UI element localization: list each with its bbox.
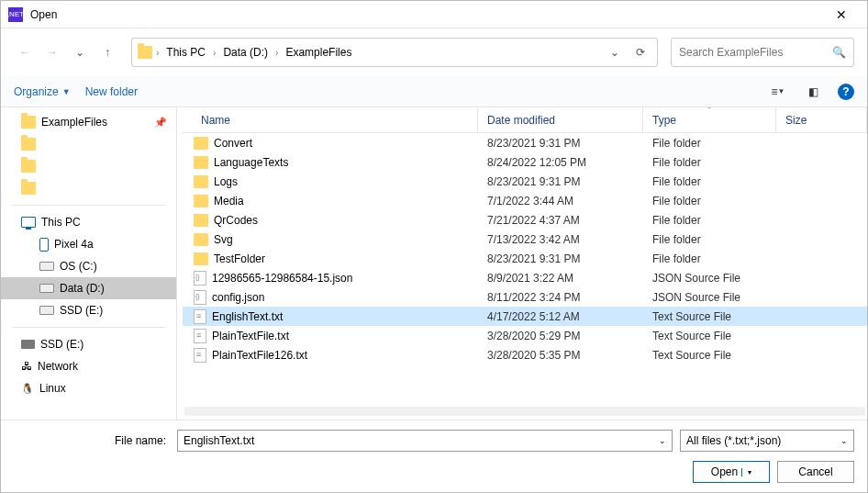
file-row[interactable]: Svg7/13/2022 3:42 AMFile folder xyxy=(183,230,867,249)
file-name: TestFolder xyxy=(214,252,265,265)
file-type: JSON Source File xyxy=(643,291,776,304)
up-button[interactable]: ↑ xyxy=(96,41,118,63)
divider xyxy=(12,205,165,206)
sidebar-item-label: Pixel 4a xyxy=(54,238,94,251)
file-row[interactable]: TestFolder8/23/2021 9:31 PMFile folder xyxy=(183,249,867,268)
file-date: 3/28/2020 5:29 PM xyxy=(478,330,643,342)
file-date: 7/13/2022 3:42 AM xyxy=(478,233,643,246)
preview-pane-button[interactable]: ◧ xyxy=(803,82,823,102)
sidebar-quick-item[interactable]: ExampleFiles📌 xyxy=(1,111,176,133)
filename-field[interactable]: ⌄ xyxy=(177,430,673,452)
open-button[interactable]: Open ▾ xyxy=(693,461,770,483)
sidebar-item-label: SSD (E:) xyxy=(60,304,103,317)
cancel-button[interactable]: Cancel xyxy=(777,461,854,483)
file-list[interactable]: Convert8/23/2021 9:31 PMFile folderLangu… xyxy=(183,133,867,407)
sidebar-item-label: Network xyxy=(38,360,78,373)
sidebar-quick-item[interactable] xyxy=(1,177,176,199)
pin-icon: 📌 xyxy=(154,117,167,129)
file-row[interactable]: config.json8/11/2022 3:24 PMJSON Source … xyxy=(183,287,867,307)
sidebar-extra-item[interactable]: Linux xyxy=(1,377,176,399)
chevron-right-icon[interactable]: › xyxy=(156,48,159,58)
file-name: Convert xyxy=(214,137,252,150)
sidebar-drive-item[interactable]: Data (D:) xyxy=(1,277,176,299)
recent-dropdown[interactable]: ⌄ xyxy=(69,41,91,63)
sidebar-item-label: SSD (E:) xyxy=(40,338,83,351)
sort-asc-icon: ˄ xyxy=(707,107,712,115)
file-date: 8/11/2022 3:24 PM xyxy=(478,291,643,304)
sidebar-extra-item[interactable]: SSD (E:) xyxy=(1,333,176,355)
breadcrumb-folder[interactable]: ExampleFiles xyxy=(282,44,355,61)
filename-input[interactable] xyxy=(184,434,659,447)
column-headers: Name Date modified ˄Type Size xyxy=(183,107,867,133)
col-type[interactable]: ˄Type xyxy=(643,107,776,132)
file-type: File folder xyxy=(643,252,776,265)
linux-icon xyxy=(21,382,34,395)
sidebar-drive-item[interactable]: OS (C:) xyxy=(1,255,176,277)
file-date: 7/21/2022 4:37 AM xyxy=(478,214,643,227)
file-row[interactable]: Media7/1/2022 3:44 AMFile folder xyxy=(183,191,867,210)
view-button[interactable]: ≡ ▼ xyxy=(768,82,788,102)
sidebar-drive-item[interactable]: Pixel 4a xyxy=(1,233,176,255)
toolbar: Organize▼ New folder ≡ ▼ ◧ ? xyxy=(1,76,867,107)
sidebar-extra-item[interactable]: 🖧Network xyxy=(1,355,176,377)
file-type: File folder xyxy=(643,195,776,207)
file-icon xyxy=(194,348,206,363)
breadcrumb-pc[interactable]: This PC xyxy=(162,44,209,61)
file-date: 8/23/2021 9:31 PM xyxy=(478,175,643,188)
drive-icon xyxy=(39,262,54,271)
sidebar-item-label: This PC xyxy=(41,216,81,229)
file-row[interactable]: PlainTextFile.txt3/28/2020 5:29 PMText S… xyxy=(183,326,867,345)
chevron-right-icon[interactable]: › xyxy=(213,48,216,58)
file-row[interactable]: 12986565-12986584-15.json8/9/2021 3:22 A… xyxy=(183,268,867,287)
file-name: Media xyxy=(214,195,244,207)
chevron-right-icon[interactable]: › xyxy=(275,48,278,58)
pc-icon xyxy=(21,217,36,228)
file-row[interactable]: Convert8/23/2021 9:31 PMFile folder xyxy=(183,133,867,152)
search-input[interactable] xyxy=(679,46,832,59)
scrollbar-horizontal[interactable] xyxy=(184,407,865,416)
file-name: Logs xyxy=(214,175,238,188)
file-row[interactable]: Logs8/23/2021 9:31 PMFile folder xyxy=(183,172,867,191)
search-box[interactable]: 🔍 xyxy=(671,38,854,67)
file-type: File folder xyxy=(643,175,776,188)
sidebar-quick-item[interactable] xyxy=(1,133,176,155)
col-size[interactable]: Size xyxy=(776,107,867,132)
col-name[interactable]: Name xyxy=(183,107,478,132)
sidebar-this-pc[interactable]: This PC xyxy=(1,211,176,233)
sidebar-drive-item[interactable]: SSD (E:) xyxy=(1,299,176,321)
forward-button[interactable]: → xyxy=(41,41,63,63)
back-button[interactable]: ← xyxy=(14,41,36,63)
file-row[interactable]: PlainTextFile126.txt3/28/2020 5:35 PMTex… xyxy=(183,345,867,364)
ssd-icon xyxy=(21,340,35,349)
folder-icon xyxy=(194,156,208,169)
chevron-down-icon: ⌄ xyxy=(840,436,848,445)
chevron-down-icon[interactable]: ⌄ xyxy=(659,436,666,445)
file-name: EnglishText.txt xyxy=(212,310,283,323)
sidebar-quick-item[interactable] xyxy=(1,155,176,177)
organize-button[interactable]: Organize▼ xyxy=(14,85,71,98)
file-name: config.json xyxy=(212,291,264,304)
file-row[interactable]: EnglishText.txt4/17/2022 5:12 AMText Sou… xyxy=(183,307,867,326)
close-button[interactable]: ✕ xyxy=(823,7,860,22)
sidebar-item-label: Data (D:) xyxy=(60,282,105,295)
file-date: 4/17/2022 5:12 AM xyxy=(478,310,643,323)
file-type: Text Source File xyxy=(643,310,776,323)
folder-icon xyxy=(21,182,36,195)
drive-icon xyxy=(39,306,54,315)
new-folder-button[interactable]: New folder xyxy=(85,85,138,98)
breadcrumb-drive[interactable]: Data (D:) xyxy=(219,44,272,61)
help-button[interactable]: ? xyxy=(838,84,854,100)
file-type-filter[interactable]: All files (*.txt;*.json) ⌄ xyxy=(680,430,854,452)
history-dropdown[interactable]: ⌄ xyxy=(604,41,626,63)
col-date[interactable]: Date modified xyxy=(478,107,643,132)
folder-icon xyxy=(21,138,36,151)
file-icon xyxy=(194,329,206,343)
file-name: LanguageTexts xyxy=(214,156,288,169)
file-name: PlainTextFile126.txt xyxy=(212,349,307,362)
refresh-button[interactable]: ⟳ xyxy=(629,41,651,63)
address-bar[interactable]: › This PC › Data (D:) › ExampleFiles ⌄ ⟳ xyxy=(131,38,658,67)
nav-row: ← → ⌄ ↑ › This PC › Data (D:) › ExampleF… xyxy=(1,28,867,76)
file-row[interactable]: LanguageTexts8/24/2022 12:05 PMFile fold… xyxy=(183,152,867,172)
file-row[interactable]: QrCodes7/21/2022 4:37 AMFile folder xyxy=(183,210,867,230)
search-icon[interactable]: 🔍 xyxy=(832,46,846,59)
